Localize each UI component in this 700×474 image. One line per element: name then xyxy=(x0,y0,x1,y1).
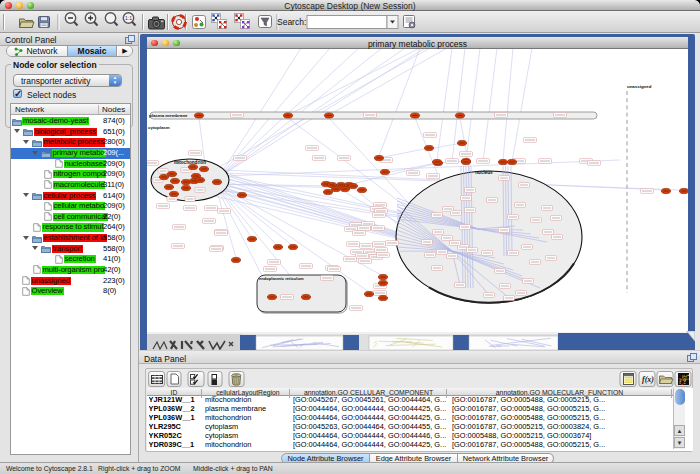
svg-text:endoplasmic reticulum: endoplasmic reticulum xyxy=(259,276,304,281)
svg-text:Search:: Search: xyxy=(277,17,306,27)
svg-text:1:1: 1:1 xyxy=(125,15,132,21)
svg-text:cytoplasm: cytoplasm xyxy=(148,125,170,130)
svg-text:unassigned: unassigned xyxy=(627,84,652,89)
svg-text:nucleus: nucleus xyxy=(475,170,493,175)
svg-text:plasma membrane: plasma membrane xyxy=(149,113,188,118)
svg-text:mitochondrion: mitochondrion xyxy=(174,160,206,165)
svg-text:f(x): f(x) xyxy=(642,375,654,384)
